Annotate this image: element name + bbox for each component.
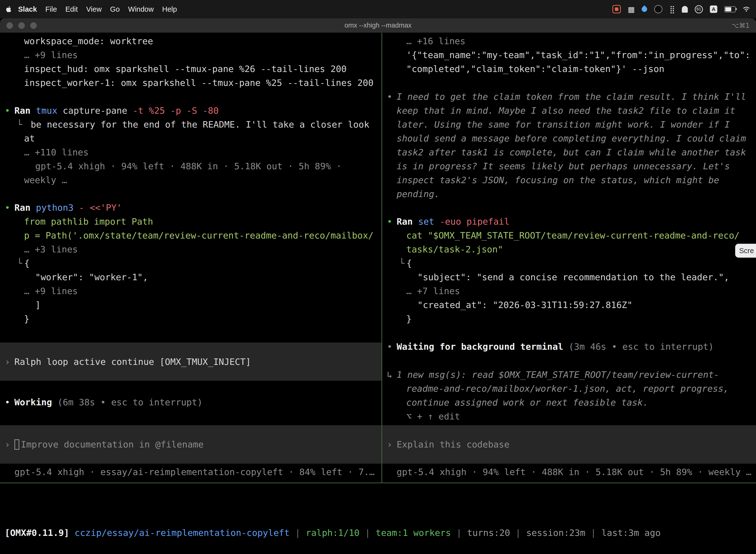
- ran-label: Ran: [14, 106, 30, 116]
- thinking-line: keep that in mind. Maybe I also need the…: [382, 104, 756, 117]
- battery-icon[interactable]: [724, 6, 736, 12]
- percent-ring-icon[interactable]: 61: [695, 5, 703, 13]
- thinking-line: later. Using the same for transition mig…: [382, 117, 756, 131]
- bullet-icon: •: [5, 203, 14, 213]
- terminal-line: inspect_worker-1: omx sparkshell --tmux-…: [0, 76, 381, 90]
- output-line: "created_at": "2026-03-31T11:59:27.816Z": [382, 298, 756, 312]
- menu-bar-status-icons: ▦ ⣿ 61 A: [612, 5, 750, 14]
- command-line: •Ran set -euo pipefail: [382, 214, 756, 228]
- zoom-button[interactable]: [30, 22, 37, 29]
- output-line: ]: [0, 298, 381, 312]
- ran-tmux-block: •Ran tmux capture-pane -t %25 -p -S -80 …: [0, 104, 381, 187]
- working-detail: (6m 38s • esc to interrupt): [52, 397, 203, 407]
- bullet-icon: •: [387, 216, 397, 227]
- omx-session: session:23m: [526, 528, 585, 538]
- screen-share-pill[interactable]: Scre: [735, 244, 756, 258]
- more-lines: … +9 lines: [0, 284, 381, 298]
- apple-menu[interactable]: [6, 6, 14, 13]
- code-line: from pathlib import Path: [0, 214, 381, 228]
- thinking-line: is in progress? It seems likely but perh…: [382, 159, 756, 173]
- menu-edit[interactable]: Edit: [61, 5, 82, 13]
- chevron-icon: ›: [5, 439, 14, 449]
- omx-last: last:3m ago: [602, 528, 660, 538]
- tmux-pane-left[interactable]: workspace_mode: worktree … +9 lines insp…: [0, 33, 381, 483]
- menu-file[interactable]: File: [41, 5, 61, 13]
- bullet-icon: •: [5, 106, 14, 116]
- tmux-pane-right[interactable]: … +16 lines '{"team_name":"my-team","tas…: [382, 33, 756, 483]
- working-label: Working: [14, 397, 52, 407]
- output-line: └{: [0, 256, 381, 270]
- omx-ralph: ralph:1/10: [306, 528, 360, 538]
- menu-go[interactable]: Go: [106, 5, 124, 13]
- omx-repo: cczip/essay/ai-reimplementation-copyleft: [69, 528, 290, 538]
- prompt-input-right[interactable]: ›Explain this codebase: [382, 425, 756, 464]
- screen-record-icon[interactable]: [612, 5, 621, 13]
- ran-label: Ran: [397, 216, 413, 227]
- ghost-icon[interactable]: [682, 6, 688, 13]
- status-line: gpt-5.4 xhigh · essay/ai-reimplementatio…: [0, 465, 381, 479]
- banner-text: Ralph loop active continue [OMX_TMUX_INJ…: [14, 357, 251, 367]
- pane-divider-vertical[interactable]: [381, 33, 382, 483]
- menu-window[interactable]: Window: [124, 5, 158, 13]
- status-line: gpt-5.4 xhigh · 94% left · 488K in · 5.1…: [382, 465, 756, 479]
- command-line: •Ran python3 - <<'PY': [0, 201, 381, 214]
- inbox-message-block: ↳1 new msg(s): read $OMX_TEAM_STATE_ROOT…: [382, 368, 756, 423]
- dots-grid-icon[interactable]: ⣿: [670, 5, 675, 14]
- menu-view[interactable]: View: [82, 5, 106, 13]
- output-line: └{: [382, 256, 756, 270]
- working-status-block: •Working (6m 38s • esc to interrupt): [0, 395, 381, 409]
- more-lines: … +3 lines: [0, 242, 381, 256]
- arrow-icon: ↳: [387, 370, 397, 380]
- grid-icon[interactable]: ▦: [628, 5, 635, 14]
- terminal-line: inspect_hud: omx sparkshell --tmux-pane …: [0, 62, 381, 76]
- screen-share-label: Scre: [739, 247, 754, 255]
- window-title-bar[interactable]: omx --xhigh --madmax ⌥⌘1: [0, 18, 756, 33]
- json-tail-block: … +16 lines '{"team_name":"my-team","tas…: [382, 34, 756, 76]
- menu-app-name[interactable]: Slack: [14, 5, 41, 13]
- text-cursor: [14, 439, 19, 450]
- ralph-loop-banner: ›Ralph loop active continue [OMX_TMUX_IN…: [0, 342, 381, 381]
- prompt-input-left[interactable]: ›Improve documentation in @filename: [0, 425, 381, 464]
- waiting-detail: (3m 46s • esc to interrupt): [563, 341, 714, 352]
- terminal-line: … +9 lines: [0, 48, 381, 62]
- elbow-icon: └: [17, 119, 22, 129]
- minimize-button[interactable]: [18, 22, 25, 29]
- close-button[interactable]: [6, 22, 13, 29]
- command: tmux: [30, 106, 57, 116]
- omx-status-line: [OMX#0.11.9] cczip/essay/ai-reimplementa…: [0, 526, 756, 540]
- waiting-status-block: •Waiting for background terminal (3m 46s…: [382, 340, 756, 353]
- omx-turns: turns:20: [467, 528, 510, 538]
- output-line: "subject": "send a concise recommendatio…: [382, 270, 756, 284]
- more-lines: … +110 lines: [0, 145, 381, 159]
- output-line: weekly …: [0, 173, 381, 187]
- omx-version: [OMX#0.11.9]: [5, 528, 69, 538]
- thinking-line: task2 after task1 is complete, but can I…: [382, 145, 756, 159]
- output-line: gpt-5.4 xhigh · 94% left · 488K in · 5.1…: [0, 159, 381, 173]
- input-source-icon[interactable]: A: [710, 5, 717, 13]
- omx-team: team:1 workers: [376, 528, 451, 538]
- lens-icon[interactable]: [654, 5, 663, 13]
- traffic-lights: [6, 18, 37, 33]
- pane-divider-horizontal[interactable]: [0, 483, 756, 483]
- chevron-icon: ›: [5, 357, 14, 367]
- more-lines: … +16 lines: [382, 34, 756, 48]
- wifi-icon[interactable]: [743, 6, 750, 12]
- window-title: omx --xhigh --madmax: [344, 21, 412, 29]
- code-line: p = Path('.omx/state/team/review-current…: [0, 228, 381, 242]
- ran-label: Ran: [14, 203, 30, 213]
- thinking-line: pending.: [382, 187, 756, 201]
- elbow-icon: └: [399, 258, 404, 268]
- command: set: [413, 216, 434, 227]
- droplet-icon[interactable]: [640, 5, 648, 13]
- menu-help[interactable]: Help: [158, 5, 181, 13]
- inbox-line: readme-and-reco/mailbox/worker-1.json, a…: [382, 382, 756, 395]
- terminal-line: "completed","claim_token":"claim-token"}…: [382, 62, 756, 76]
- command: python3: [30, 203, 73, 213]
- output-line: └be necessary for the end of the README.…: [0, 117, 381, 131]
- thinking-line: inspect task2's JSON, focusing on the st…: [382, 173, 756, 187]
- terminal-line: '{"team_name":"my-team","task_id":"1","f…: [382, 48, 756, 62]
- thinking-block: •I need to get the claim token from the …: [382, 90, 756, 201]
- flags: -t %25 -p -S -80: [127, 106, 218, 116]
- output-line: }: [0, 312, 381, 326]
- menu-bar-left: Slack File Edit View Go Window Help: [6, 5, 181, 13]
